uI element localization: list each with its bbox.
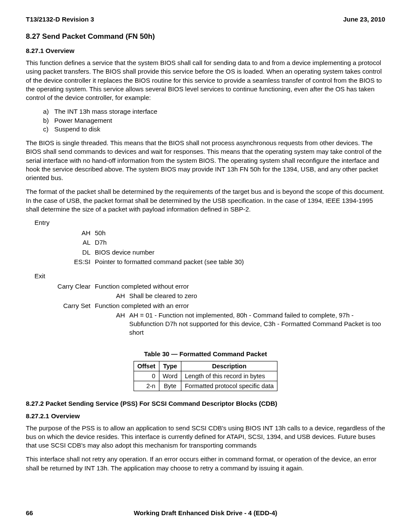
- table-row: 2-n Byte Formatted protocol specific dat…: [134, 381, 277, 391]
- list-text: Suspend to disk: [54, 125, 100, 134]
- paragraph: The format of the packet shall be determ…: [26, 187, 385, 214]
- reg-name: ES:SI: [34, 258, 95, 266]
- register-row: AH Shall be cleared to zero: [34, 292, 385, 300]
- register-row: Carry Set Function completed with an err…: [34, 302, 385, 310]
- reg-name: AH: [34, 229, 95, 237]
- col-type: Type: [159, 361, 181, 371]
- register-row: DL BIOS device number: [34, 248, 385, 257]
- list-text: Power Management: [54, 116, 112, 125]
- subsection-title: 8.27.2 Packet Sending Service (PSS) For …: [26, 400, 385, 407]
- reg-value: D7h: [95, 238, 385, 247]
- list-label: c): [43, 125, 54, 134]
- list-text: The INT 13h mass storage interface: [54, 107, 157, 116]
- carry-set-label: Carry Set: [34, 302, 95, 310]
- example-list: a) The INT 13h mass storage interface b)…: [43, 107, 385, 134]
- page-header: T13/2132-D Revision 3 June 23, 2010: [26, 16, 385, 23]
- cell-type: Word: [159, 371, 181, 381]
- reg-name: DL: [34, 248, 95, 257]
- carry-clear-label: Carry Clear: [34, 282, 95, 291]
- carry-clear-text: Function completed without error: [95, 282, 385, 291]
- col-offset: Offset: [134, 361, 159, 371]
- exit-label: Exit: [34, 272, 385, 280]
- list-label: a): [43, 107, 54, 116]
- register-row: Carry Clear Function completed without e…: [34, 282, 385, 291]
- table-row: 0 Word Length of this record in bytes: [134, 371, 277, 381]
- list-label: b): [43, 116, 54, 125]
- list-item: a) The INT 13h mass storage interface: [43, 107, 385, 116]
- entry-label: Entry: [34, 219, 385, 226]
- page-footer: 66 Working Draft Enhanced Disk Drive - 4…: [26, 509, 385, 516]
- col-desc: Description: [181, 361, 277, 371]
- entry-registers: AH 50h AL D7h DL BIOS device number ES:S…: [34, 229, 385, 266]
- subsection-overview-title: 8.27.2.1 Overview: [26, 412, 385, 420]
- reg-value: BIOS device number: [95, 248, 385, 257]
- register-row: ES:SI Pointer to formatted command packe…: [34, 258, 385, 266]
- exit-registers: Carry Clear Function completed without e…: [34, 282, 385, 337]
- list-item: b) Power Management: [43, 116, 385, 125]
- cell-offset: 2-n: [134, 381, 159, 391]
- header-left: T13/2132-D Revision 3: [26, 16, 94, 23]
- reg-value: AH = 01 - Function not implemented, 80h …: [129, 311, 385, 337]
- table-caption: Table 30 — Formatted Command Packet: [26, 350, 385, 358]
- paragraph: The purpose of the PSS is to allow an ap…: [26, 424, 385, 450]
- reg-name: AL: [34, 238, 95, 247]
- cell-desc: Formatted protocol specific data: [181, 381, 277, 391]
- section-title: 8.27 Send Packet Command (FN 50h): [26, 32, 385, 41]
- footer-spacer: [359, 509, 385, 516]
- list-item: c) Suspend to disk: [43, 125, 385, 134]
- register-row: AH 50h: [34, 229, 385, 237]
- reg-name: AH: [34, 311, 129, 320]
- page-number: 66: [26, 509, 52, 516]
- overview-title: 8.27.1 Overview: [26, 47, 385, 54]
- cell-type: Byte: [159, 381, 181, 391]
- header-right: June 23, 2010: [343, 16, 385, 23]
- footer-title: Working Draft Enhanced Disk Drive - 4 (E…: [52, 509, 359, 516]
- register-row: AH AH = 01 - Function not implemented, 8…: [34, 311, 385, 337]
- cell-offset: 0: [134, 371, 159, 381]
- reg-value: Shall be cleared to zero: [129, 292, 385, 300]
- carry-set-text: Function completed with an error: [95, 302, 385, 310]
- table-header-row: Offset Type Description: [134, 361, 277, 371]
- command-packet-table: Offset Type Description 0 Word Length of…: [134, 361, 278, 391]
- reg-value: 50h: [95, 229, 385, 237]
- reg-value: Pointer to formatted command packet (see…: [95, 258, 385, 266]
- paragraph: The BIOS is single threaded. This means …: [26, 139, 385, 182]
- document-page: T13/2132-D Revision 3 June 23, 2010 8.27…: [0, 0, 411, 532]
- register-row: AL D7h: [34, 238, 385, 247]
- paragraph: This function defines a service that the…: [26, 59, 385, 102]
- cell-desc: Length of this record in bytes: [181, 371, 277, 381]
- reg-name: AH: [34, 292, 129, 300]
- paragraph: This interface shall not retry any opera…: [26, 455, 385, 473]
